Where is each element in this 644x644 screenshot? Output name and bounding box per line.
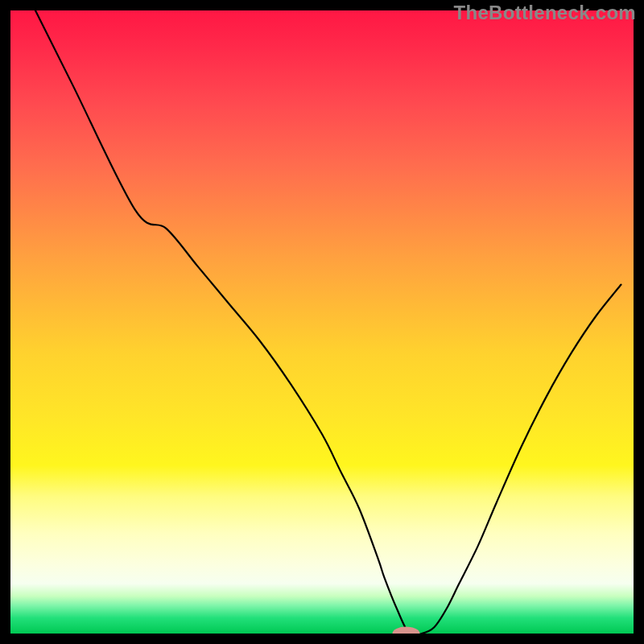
plot-background bbox=[10, 10, 634, 634]
watermark-text: TheBottleneck.com bbox=[454, 2, 636, 24]
bottleneck-chart: TheBottleneck.com bbox=[0, 0, 644, 644]
chart-svg bbox=[0, 0, 644, 644]
